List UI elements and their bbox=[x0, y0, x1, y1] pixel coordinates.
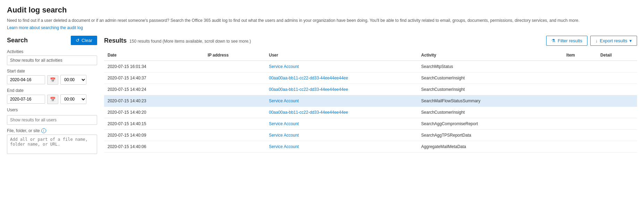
cell-item bbox=[563, 61, 597, 72]
clear-icon: ↺ bbox=[76, 38, 79, 43]
cell-user[interactable]: 00aa00aa-bb11-cc22-dd33-44ee44ee44ee bbox=[265, 84, 418, 95]
table-header-row: Date IP address User Activity Item Detai… bbox=[104, 50, 637, 61]
cell-user[interactable]: Service Account bbox=[265, 118, 418, 130]
table-row[interactable]: 2020-07-15 14:40:2400aa00aa-bb11-cc22-dd… bbox=[104, 84, 637, 95]
start-date-input[interactable] bbox=[7, 75, 45, 84]
end-time-select[interactable]: 00:00 bbox=[60, 94, 86, 104]
cell-ip bbox=[204, 84, 265, 95]
col-user: User bbox=[265, 50, 418, 61]
cell-activity: SearchCustomerInsight bbox=[418, 107, 563, 118]
table-row[interactable]: 2020-07-15 14:40:3700aa00aa-bb11-cc22-dd… bbox=[104, 72, 637, 84]
users-input[interactable] bbox=[7, 115, 97, 125]
cell-activity: SearchAggTPSReportData bbox=[418, 130, 563, 141]
cell-detail bbox=[597, 107, 637, 118]
cell-user[interactable]: 00aa00aa-bb11-cc22-dd33-44ee44ee44ee bbox=[265, 107, 418, 118]
cell-ip bbox=[204, 107, 265, 118]
filter-icon: ⚗ bbox=[551, 38, 556, 43]
results-actions: ⚗ Filter results ↓ Export results ▾ bbox=[546, 36, 637, 46]
results-table: Date IP address User Activity Item Detai… bbox=[104, 50, 637, 153]
end-date-input[interactable] bbox=[7, 95, 45, 104]
start-date-row: 📅 00:00 bbox=[7, 75, 97, 85]
users-label: Users bbox=[7, 107, 97, 112]
cell-detail bbox=[597, 72, 637, 84]
page-container: Audit log search Need to find out if a u… bbox=[0, 0, 644, 161]
learn-more-link[interactable]: Learn more about searching the audit log bbox=[7, 25, 83, 30]
filter-results-button[interactable]: ⚗ Filter results bbox=[546, 36, 587, 46]
end-date-row: 📅 00:00 bbox=[7, 94, 97, 104]
activities-label: Activities bbox=[7, 49, 97, 54]
cell-item bbox=[563, 130, 597, 141]
table-row[interactable]: 2020-07-15 14:40:2000aa00aa-bb11-cc22-dd… bbox=[104, 107, 637, 118]
file-folder-label-row: File, folder, or site i bbox=[7, 128, 97, 133]
results-table-container[interactable]: Date IP address User Activity Item Detai… bbox=[104, 50, 637, 153]
file-folder-label: File, folder, or site bbox=[7, 128, 40, 133]
cell-detail bbox=[597, 84, 637, 95]
end-date-calendar-button[interactable]: 📅 bbox=[47, 95, 58, 104]
table-row[interactable]: 2020-07-15 14:40:15Service AccountSearch… bbox=[104, 118, 637, 130]
results-header: Results 150 results found (More items av… bbox=[104, 36, 637, 46]
cell-activity: SearchAggCompromiseReport bbox=[418, 118, 563, 130]
search-title: Search bbox=[7, 37, 28, 44]
col-item: Item bbox=[563, 50, 597, 61]
export-label: Export results bbox=[600, 38, 627, 43]
cell-user[interactable]: Service Account bbox=[265, 141, 418, 153]
page-title: Audit log search bbox=[7, 6, 637, 15]
cell-date: 2020-07-15 14:40:09 bbox=[104, 130, 204, 141]
clear-label: Clear bbox=[82, 38, 92, 43]
table-row[interactable]: 2020-07-15 14:40:09Service AccountSearch… bbox=[104, 130, 637, 141]
cell-activity: AggregateMailMetaData bbox=[418, 141, 563, 153]
cell-detail bbox=[597, 95, 637, 107]
search-header: Search ↺ Clear bbox=[7, 36, 97, 45]
info-icon[interactable]: i bbox=[41, 128, 46, 133]
cell-detail bbox=[597, 118, 637, 130]
cell-date: 2020-07-15 16:01:34 bbox=[104, 61, 204, 72]
cell-item bbox=[563, 84, 597, 95]
col-ip: IP address bbox=[204, 50, 265, 61]
table-row[interactable]: 2020-07-15 16:01:34Service AccountSearch… bbox=[104, 61, 637, 72]
cell-user[interactable]: Service Account bbox=[265, 61, 418, 72]
start-date-calendar-button[interactable]: 📅 bbox=[47, 75, 58, 85]
cell-item bbox=[563, 118, 597, 130]
cell-ip bbox=[204, 141, 265, 153]
export-icon: ↓ bbox=[595, 38, 598, 43]
start-time-select[interactable]: 00:00 bbox=[60, 75, 86, 85]
end-date-label: End date bbox=[7, 88, 97, 93]
filter-label: Filter results bbox=[558, 38, 582, 43]
export-results-button[interactable]: ↓ Export results ▾ bbox=[590, 36, 637, 46]
search-panel: Search ↺ Clear Activities Show results f… bbox=[7, 36, 97, 155]
cell-ip bbox=[204, 72, 265, 84]
cell-item bbox=[563, 107, 597, 118]
main-layout: Search ↺ Clear Activities Show results f… bbox=[7, 36, 637, 155]
results-count: 150 results found (More items available,… bbox=[129, 39, 251, 44]
table-row[interactable]: 2020-07-15 14:40:06Service AccountAggreg… bbox=[104, 141, 637, 153]
start-date-label: Start date bbox=[7, 69, 97, 74]
cell-date: 2020-07-15 14:40:37 bbox=[104, 72, 204, 84]
cell-activity: SearchCustomerInsight bbox=[418, 84, 563, 95]
clear-button[interactable]: ↺ Clear bbox=[71, 36, 97, 45]
cell-detail bbox=[597, 130, 637, 141]
table-header: Date IP address User Activity Item Detai… bbox=[104, 50, 637, 61]
col-date: Date bbox=[104, 50, 204, 61]
cell-activity: SearchMtpStatus bbox=[418, 61, 563, 72]
col-detail: Detail bbox=[597, 50, 637, 61]
cell-user[interactable]: Service Account bbox=[265, 130, 418, 141]
cell-ip bbox=[204, 95, 265, 107]
activities-dropdown[interactable]: Show results for all activities bbox=[7, 55, 97, 65]
col-activity: Activity bbox=[418, 50, 563, 61]
cell-item bbox=[563, 72, 597, 84]
cell-user[interactable]: Service Account bbox=[265, 95, 418, 107]
results-title: Results 150 results found (More items av… bbox=[104, 37, 251, 44]
table-row[interactable]: 2020-07-15 14:40:23Service AccountSearch… bbox=[104, 95, 637, 107]
results-label: Results bbox=[104, 37, 127, 44]
cell-date: 2020-07-15 14:40:24 bbox=[104, 84, 204, 95]
table-body: 2020-07-15 16:01:34Service AccountSearch… bbox=[104, 61, 637, 153]
cell-date: 2020-07-15 14:40:20 bbox=[104, 107, 204, 118]
results-panel: Results 150 results found (More items av… bbox=[104, 36, 637, 155]
cell-item bbox=[563, 141, 597, 153]
cell-activity: SearchCustomerInsight bbox=[418, 72, 563, 84]
activities-select[interactable]: Show results for all activities bbox=[10, 58, 94, 63]
cell-ip bbox=[204, 130, 265, 141]
cell-user[interactable]: 00aa00aa-bb11-cc22-dd33-44ee44ee44ee bbox=[265, 72, 418, 84]
file-folder-textarea[interactable] bbox=[7, 135, 97, 154]
cell-detail bbox=[597, 141, 637, 153]
